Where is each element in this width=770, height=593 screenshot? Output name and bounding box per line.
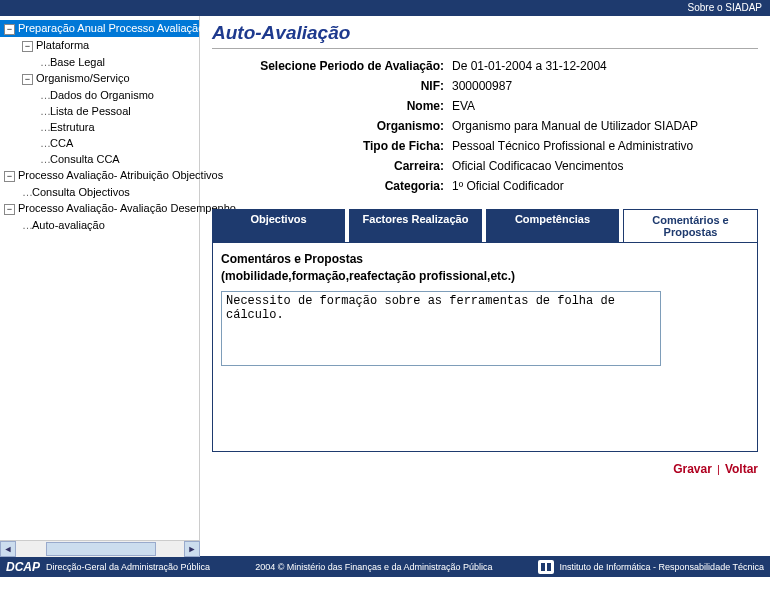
label-carreira: Carreira: (232, 159, 452, 173)
tree-proc-desemp[interactable]: −Processo Avaliação- Avaliação Desempenh… (0, 200, 199, 217)
leaf-icon: … (22, 186, 32, 198)
content-area: Auto-Avaliação Selecione Periodo de Aval… (200, 16, 770, 556)
footer-left: DCAP Direcção-Geral da Administração Púb… (6, 560, 210, 574)
label-nif: NIF: (232, 79, 452, 93)
leaf-icon: … (40, 105, 50, 117)
leaf-icon: … (40, 153, 50, 165)
value-tipo-ficha: Pessoal Técnico Profissional e Administr… (452, 139, 758, 153)
footer-left-text: Direcção-Geral da Administração Pública (46, 562, 210, 572)
scroll-thumb[interactable] (46, 542, 156, 556)
value-carreira: Oficial Codificacao Vencimentos (452, 159, 758, 173)
tree-base-legal[interactable]: …Base Legal (0, 54, 199, 70)
label-nome: Nome: (232, 99, 452, 113)
tab-panel-comentarios: Comentáros e Propostas (mobilidade,forma… (212, 242, 758, 452)
tree-organismo[interactable]: −Organismo/Serviço (0, 70, 199, 87)
collapse-icon[interactable]: − (22, 41, 33, 52)
footer-right: Instituto de Informática - Responsabilid… (538, 560, 764, 574)
tree-consulta-cca[interactable]: …Consulta CCA (0, 151, 199, 167)
leaf-icon: … (40, 56, 50, 68)
scroll-track[interactable] (16, 541, 184, 557)
action-bar: Gravar | Voltar (212, 462, 758, 476)
leaf-icon: … (40, 121, 50, 133)
label-tipo-ficha: Tipo de Ficha: (232, 139, 452, 153)
ii-logo-icon (538, 560, 554, 574)
footer-right-text: Instituto de Informática - Responsabilid… (560, 562, 764, 572)
about-link[interactable]: Sobre o SIADAP (688, 2, 762, 13)
panel-heading-line2: (mobilidade,formação,reafectação profiss… (221, 269, 515, 283)
tab-comentarios[interactable]: Comentários e Propostas (623, 209, 758, 242)
action-separator: | (717, 463, 720, 475)
collapse-icon[interactable]: − (4, 24, 15, 35)
voltar-button[interactable]: Voltar (725, 462, 758, 476)
scroll-right-icon[interactable]: ► (184, 541, 200, 557)
tab-competencias[interactable]: Competências (486, 209, 619, 242)
tree-auto-avaliacao[interactable]: …Auto-avaliação (0, 217, 199, 233)
tab-factores[interactable]: Factores Realização (349, 209, 482, 242)
main-layout: −Preparação Anual Processo Avaliação −Pl… (0, 16, 770, 556)
label-periodo: Selecione Periodo de Avaliação: (232, 59, 452, 73)
value-nome: EVA (452, 99, 758, 113)
tree-cca[interactable]: …CCA (0, 135, 199, 151)
leaf-icon: … (40, 137, 50, 149)
sidebar-hscroll[interactable]: ◄ ► (0, 540, 200, 556)
collapse-icon[interactable]: − (4, 204, 15, 215)
panel-heading: Comentáros e Propostas (mobilidade,forma… (221, 251, 749, 285)
page-title: Auto-Avaliação (212, 22, 758, 44)
top-bar: Sobre o SIADAP (0, 0, 770, 16)
sidebar-wrapper: −Preparação Anual Processo Avaliação −Pl… (0, 16, 200, 556)
tree-estrutura[interactable]: …Estrutura (0, 119, 199, 135)
footer-center: 2004 © Ministério das Finanças e da Admi… (210, 562, 537, 572)
tab-objectivos[interactable]: Objectivos (212, 209, 345, 242)
label-organismo: Organismo: (232, 119, 452, 133)
tree-lista-pessoal[interactable]: …Lista de Pessoal (0, 103, 199, 119)
collapse-icon[interactable]: − (22, 74, 33, 85)
comments-textarea[interactable] (221, 291, 661, 366)
gravar-button[interactable]: Gravar (673, 462, 712, 476)
tree-root[interactable]: −Preparação Anual Processo Avaliação (0, 20, 199, 37)
dcap-logo: DCAP (6, 560, 40, 574)
scroll-left-icon[interactable]: ◄ (0, 541, 16, 557)
info-grid: Selecione Periodo de Avaliação: De 01-01… (212, 59, 758, 193)
leaf-icon: … (40, 89, 50, 101)
collapse-icon[interactable]: − (4, 171, 15, 182)
footer: DCAP Direcção-Geral da Administração Púb… (0, 556, 770, 577)
tree-dados-organismo[interactable]: …Dados do Organismo (0, 87, 199, 103)
nav-tree: −Preparação Anual Processo Avaliação −Pl… (0, 16, 200, 540)
tree-plataforma[interactable]: −Plataforma (0, 37, 199, 54)
value-nif: 300000987 (452, 79, 758, 93)
value-organismo: Organismo para Manual de Utilizador SIAD… (452, 119, 758, 133)
panel-heading-line1: Comentáros e Propostas (221, 252, 363, 266)
value-categoria: 1º Oficial Codificador (452, 179, 758, 193)
tree-consulta-objectivos[interactable]: …Consulta Objectivos (0, 184, 199, 200)
divider (212, 48, 758, 49)
value-periodo: De 01-01-2004 a 31-12-2004 (452, 59, 758, 73)
tab-strip: Objectivos Factores Realização Competênc… (212, 209, 758, 242)
tree-proc-atrib[interactable]: −Processo Avaliação- Atribuição Objectiv… (0, 167, 199, 184)
leaf-icon: … (22, 219, 32, 231)
footer-center-text: 2004 © Ministério das Finanças e da Admi… (255, 562, 492, 572)
label-categoria: Categoria: (232, 179, 452, 193)
